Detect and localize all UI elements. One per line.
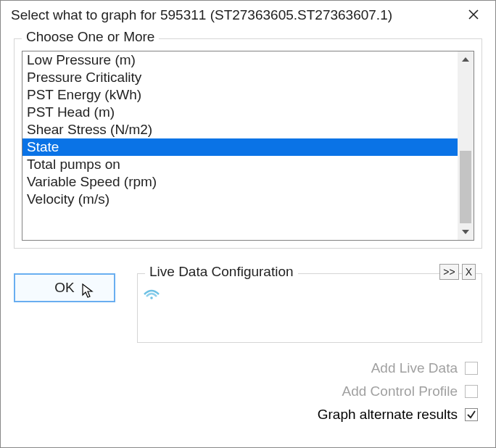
scroll-up-arrow[interactable] bbox=[458, 51, 474, 68]
list-item[interactable]: Low Pressure (m) bbox=[22, 51, 458, 69]
list-scrollbar[interactable] bbox=[458, 51, 474, 240]
list-item[interactable]: Shear Stress (N/m2) bbox=[22, 121, 458, 138]
add-control-profile-checkbox bbox=[465, 385, 478, 398]
titlebar: Select what to graph for 595311 (ST27363… bbox=[1, 1, 495, 27]
dialog-window: Select what to graph for 595311 (ST27363… bbox=[0, 0, 496, 448]
live-data-expand-button[interactable]: >> bbox=[439, 264, 458, 280]
list-item[interactable]: Total pumps on bbox=[22, 156, 458, 173]
ok-label: OK bbox=[54, 280, 74, 295]
scroll-thumb[interactable] bbox=[460, 151, 471, 223]
graph-options-listbox[interactable]: Low Pressure (m)Pressure CriticalityPST … bbox=[22, 51, 474, 241]
choose-legend: Choose One or More bbox=[22, 29, 159, 45]
cursor-icon bbox=[82, 283, 95, 299]
scroll-down-arrow[interactable] bbox=[458, 223, 474, 240]
lower-row: OK Live Data Configuration >> X bbox=[14, 273, 482, 343]
list-item[interactable]: Velocity (m/s) bbox=[22, 191, 458, 208]
graph-alternate-row: Graph alternate results bbox=[318, 407, 478, 423]
dialog-title: Select what to graph for 595311 (ST27363… bbox=[11, 7, 392, 23]
add-live-data-checkbox bbox=[465, 362, 478, 375]
live-data-groupbox: Live Data Configuration >> X bbox=[137, 273, 482, 343]
list-item[interactable]: State bbox=[22, 138, 458, 156]
live-data-close-button[interactable]: X bbox=[462, 264, 476, 280]
list-items-container: Low Pressure (m)Pressure CriticalityPST … bbox=[22, 51, 458, 240]
graph-alternate-checkbox[interactable] bbox=[465, 408, 478, 421]
checkbox-column: Add Live Data Add Control Profile Graph … bbox=[14, 360, 482, 423]
graph-alternate-label: Graph alternate results bbox=[318, 407, 458, 423]
scroll-track[interactable] bbox=[458, 68, 474, 151]
add-live-data-label: Add Live Data bbox=[371, 360, 458, 376]
add-control-profile-row: Add Control Profile bbox=[342, 383, 478, 399]
live-data-icon bbox=[142, 284, 161, 300]
svg-point-0 bbox=[150, 296, 153, 299]
list-item[interactable]: PST Head (m) bbox=[22, 104, 458, 121]
add-control-profile-label: Add Control Profile bbox=[342, 383, 458, 399]
close-button[interactable] bbox=[462, 7, 485, 24]
live-data-legend: Live Data Configuration bbox=[145, 264, 298, 280]
dialog-body: Choose One or More Low Pressure (m)Press… bbox=[1, 27, 495, 447]
list-item[interactable]: PST Energy (kWh) bbox=[22, 86, 458, 104]
list-item[interactable]: Variable Speed (rpm) bbox=[22, 173, 458, 191]
add-live-data-row: Add Live Data bbox=[371, 360, 478, 376]
choose-groupbox: Choose One or More Low Pressure (m)Press… bbox=[14, 38, 482, 249]
live-data-buttons: >> X bbox=[439, 264, 476, 280]
list-item[interactable]: Pressure Criticality bbox=[22, 69, 458, 86]
ok-button[interactable]: OK bbox=[14, 273, 115, 302]
